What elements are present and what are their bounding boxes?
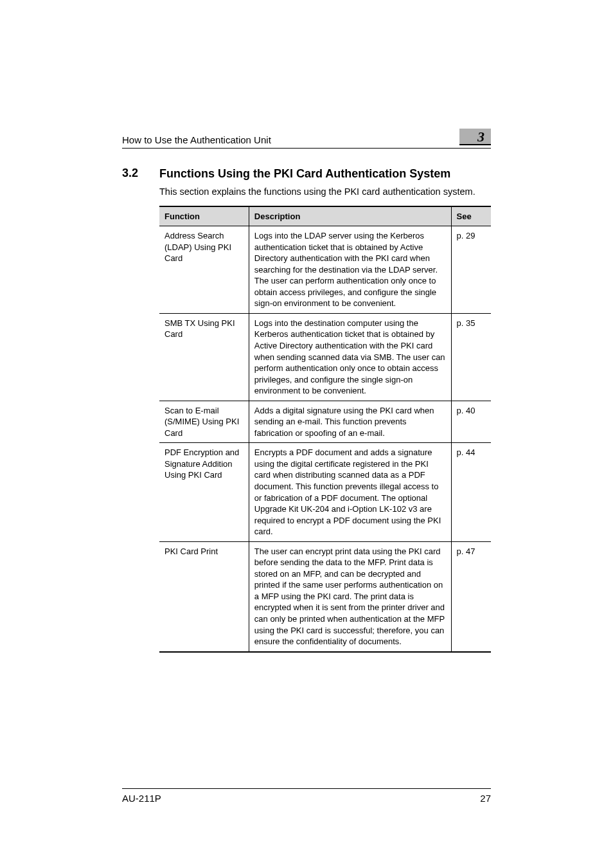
section-title: Functions Using the PKI Card Authenticat…	[159, 167, 450, 181]
th-see: See	[451, 206, 491, 226]
th-description: Description	[249, 206, 451, 226]
cell-function: PDF Encryption and Signature Addition Us…	[159, 443, 249, 541]
table-row: SMB TX Using PKI Card Logs into the dest…	[159, 313, 491, 401]
th-function: Function	[159, 206, 249, 226]
table-header-row: Function Description See	[159, 206, 491, 226]
table-row: Address Search (LDAP) Using PKI Card Log…	[159, 226, 491, 314]
section-number: 3.2	[122, 167, 159, 180]
cell-see: p. 35	[451, 313, 491, 401]
cell-description: Logs into the LDAP server using the Kerb…	[249, 226, 451, 314]
cell-function: Address Search (LDAP) Using PKI Card	[159, 226, 249, 314]
cell-description: Logs into the destination computer using…	[249, 313, 451, 401]
section-intro: This section explains the functions usin…	[159, 186, 491, 197]
cell-see: p. 40	[451, 401, 491, 443]
functions-table: Function Description See Address Search …	[159, 206, 491, 653]
table-row: PDF Encryption and Signature Addition Us…	[159, 443, 491, 541]
page-header: How to Use the Authentication Unit 3	[122, 129, 491, 149]
cell-function: Scan to E-mail (S/MIME) Using PKI Card	[159, 401, 249, 443]
cell-function: PKI Card Print	[159, 541, 249, 651]
footer-page-number: 27	[480, 793, 491, 804]
breadcrumb: How to Use the Authentication Unit	[122, 134, 271, 145]
page-footer: AU-211P 27	[122, 788, 491, 804]
footer-model: AU-211P	[122, 793, 161, 804]
chapter-badge: 3	[459, 129, 491, 145]
section-heading: 3.2 Functions Using the PKI Card Authent…	[122, 167, 491, 181]
cell-see: p. 29	[451, 226, 491, 314]
cell-see: p. 47	[451, 541, 491, 651]
cell-description: The user can encrypt print data using th…	[249, 541, 451, 651]
cell-description: Adds a digital signature using the PKI c…	[249, 401, 451, 443]
cell-see: p. 44	[451, 443, 491, 541]
table-row: PKI Card Print The user can encrypt prin…	[159, 541, 491, 651]
table-row: Scan to E-mail (S/MIME) Using PKI Card A…	[159, 401, 491, 443]
cell-description: Encrypts a PDF document and adds a signa…	[249, 443, 451, 541]
cell-function: SMB TX Using PKI Card	[159, 313, 249, 401]
